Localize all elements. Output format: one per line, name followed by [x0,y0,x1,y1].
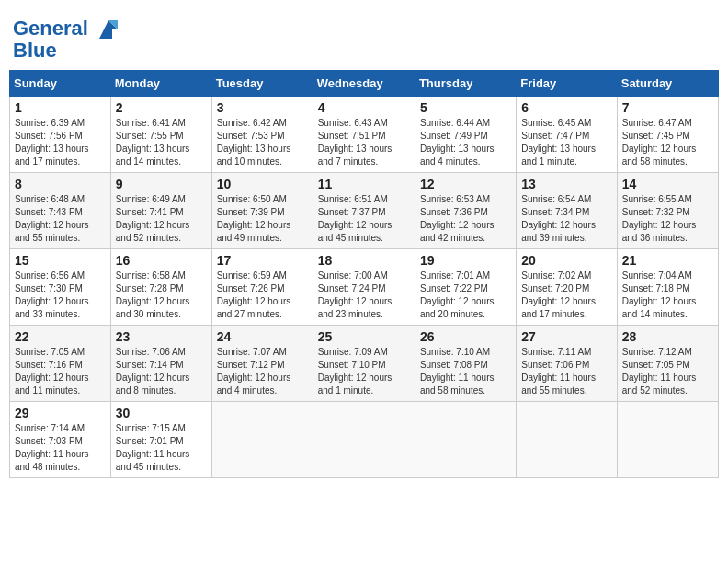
calendar-cell: 9Sunrise: 6:49 AM Sunset: 7:41 PM Daylig… [110,173,211,249]
calendar-cell: 15Sunrise: 6:56 AM Sunset: 7:30 PM Dayli… [10,249,111,326]
day-number: 20 [521,253,611,268]
calendar-table: SundayMondayTuesdayWednesdayThursdayFrid… [9,70,719,478]
calendar-cell [517,402,617,478]
calendar-week-5: 29Sunrise: 7:14 AM Sunset: 7:03 PM Dayli… [10,402,719,478]
day-number: 29 [15,406,106,420]
day-number: 18 [318,253,410,268]
col-header-saturday: Saturday [617,71,718,97]
calendar-cell [211,402,313,478]
day-info: Sunrise: 7:12 AM Sunset: 7:05 PM Dayligh… [622,346,713,397]
calendar-cell: 5Sunrise: 6:44 AM Sunset: 7:49 PM Daylig… [415,97,516,173]
calendar-cell [415,402,516,478]
calendar-cell: 13Sunrise: 6:54 AM Sunset: 7:34 PM Dayli… [517,173,617,249]
day-info: Sunrise: 7:00 AM Sunset: 7:24 PM Dayligh… [318,270,410,321]
day-number: 1 [15,100,106,115]
day-number: 22 [15,329,106,344]
calendar-week-3: 15Sunrise: 6:56 AM Sunset: 7:30 PM Dayli… [10,249,719,326]
calendar-cell: 8Sunrise: 6:48 AM Sunset: 7:43 PM Daylig… [10,173,111,249]
page-header: General Blue [9,9,719,63]
day-info: Sunrise: 6:41 AM Sunset: 7:55 PM Dayligh… [116,117,207,168]
calendar-cell: 7Sunrise: 6:47 AM Sunset: 7:45 PM Daylig… [617,97,718,173]
day-info: Sunrise: 7:11 AM Sunset: 7:06 PM Dayligh… [521,346,611,397]
day-info: Sunrise: 7:10 AM Sunset: 7:08 PM Dayligh… [420,346,511,397]
col-header-thursday: Thursday [415,71,516,97]
day-info: Sunrise: 6:56 AM Sunset: 7:30 PM Dayligh… [15,270,106,321]
day-number: 26 [420,329,511,344]
day-info: Sunrise: 7:09 AM Sunset: 7:10 PM Dayligh… [318,346,410,397]
day-number: 14 [622,177,713,191]
day-info: Sunrise: 6:53 AM Sunset: 7:36 PM Dayligh… [420,193,511,245]
day-number: 5 [420,100,511,115]
calendar-cell: 11Sunrise: 6:51 AM Sunset: 7:37 PM Dayli… [313,173,415,249]
day-info: Sunrise: 7:05 AM Sunset: 7:16 PM Dayligh… [15,346,106,397]
day-number: 23 [116,329,207,344]
calendar-cell: 25Sunrise: 7:09 AM Sunset: 7:10 PM Dayli… [313,326,415,402]
calendar-cell: 23Sunrise: 7:06 AM Sunset: 7:14 PM Dayli… [110,326,211,402]
calendar-cell: 6Sunrise: 6:45 AM Sunset: 7:47 PM Daylig… [517,97,617,173]
calendar-cell: 4Sunrise: 6:43 AM Sunset: 7:51 PM Daylig… [313,97,415,173]
calendar-header-row: SundayMondayTuesdayWednesdayThursdayFrid… [10,71,719,97]
day-number: 28 [622,329,713,344]
day-number: 16 [116,253,207,268]
col-header-tuesday: Tuesday [211,71,313,97]
day-info: Sunrise: 6:55 AM Sunset: 7:32 PM Dayligh… [622,193,713,245]
day-number: 15 [15,253,106,268]
calendar-cell: 21Sunrise: 7:04 AM Sunset: 7:18 PM Dayli… [617,249,718,326]
day-number: 7 [622,100,713,115]
calendar-cell: 12Sunrise: 6:53 AM Sunset: 7:36 PM Dayli… [415,173,516,249]
calendar-cell: 28Sunrise: 7:12 AM Sunset: 7:05 PM Dayli… [617,326,718,402]
day-number: 27 [521,329,611,344]
day-info: Sunrise: 7:04 AM Sunset: 7:18 PM Dayligh… [622,270,713,321]
day-number: 6 [521,100,611,115]
day-info: Sunrise: 6:44 AM Sunset: 7:49 PM Dayligh… [420,117,511,168]
calendar-cell: 20Sunrise: 7:02 AM Sunset: 7:20 PM Dayli… [517,249,617,326]
col-header-friday: Friday [517,71,617,97]
day-info: Sunrise: 6:39 AM Sunset: 7:56 PM Dayligh… [15,117,106,168]
day-number: 19 [420,253,511,268]
day-number: 8 [15,177,106,191]
calendar-cell: 26Sunrise: 7:10 AM Sunset: 7:08 PM Dayli… [415,326,516,402]
day-info: Sunrise: 6:59 AM Sunset: 7:26 PM Dayligh… [217,270,308,321]
calendar-cell: 17Sunrise: 6:59 AM Sunset: 7:26 PM Dayli… [211,249,313,326]
day-info: Sunrise: 6:58 AM Sunset: 7:28 PM Dayligh… [116,270,207,321]
day-info: Sunrise: 6:45 AM Sunset: 7:47 PM Dayligh… [521,117,611,168]
day-info: Sunrise: 6:48 AM Sunset: 7:43 PM Dayligh… [15,193,106,245]
calendar-week-4: 22Sunrise: 7:05 AM Sunset: 7:16 PM Dayli… [10,326,719,402]
day-info: Sunrise: 6:50 AM Sunset: 7:39 PM Dayligh… [217,193,308,245]
calendar-cell: 16Sunrise: 6:58 AM Sunset: 7:28 PM Dayli… [110,249,211,326]
calendar-cell: 22Sunrise: 7:05 AM Sunset: 7:16 PM Dayli… [10,326,111,402]
day-number: 30 [116,406,207,420]
day-info: Sunrise: 6:47 AM Sunset: 7:45 PM Dayligh… [622,117,713,168]
day-number: 13 [521,177,611,191]
calendar-cell: 30Sunrise: 7:15 AM Sunset: 7:01 PM Dayli… [110,402,211,478]
day-number: 17 [217,253,308,268]
calendar-cell: 29Sunrise: 7:14 AM Sunset: 7:03 PM Dayli… [10,402,111,478]
day-info: Sunrise: 7:15 AM Sunset: 7:01 PM Dayligh… [116,422,207,474]
day-number: 21 [622,253,713,268]
day-number: 24 [217,329,308,344]
logo: General Blue [13,17,121,63]
day-info: Sunrise: 6:43 AM Sunset: 7:51 PM Dayligh… [318,117,410,168]
col-header-wednesday: Wednesday [313,71,415,97]
day-number: 12 [420,177,511,191]
calendar-cell [313,402,415,478]
calendar-cell: 10Sunrise: 6:50 AM Sunset: 7:39 PM Dayli… [211,173,313,249]
day-number: 11 [318,177,410,191]
day-info: Sunrise: 6:42 AM Sunset: 7:53 PM Dayligh… [217,117,308,168]
calendar-cell: 14Sunrise: 6:55 AM Sunset: 7:32 PM Dayli… [617,173,718,249]
calendar-cell: 18Sunrise: 7:00 AM Sunset: 7:24 PM Dayli… [313,249,415,326]
calendar-week-2: 8Sunrise: 6:48 AM Sunset: 7:43 PM Daylig… [10,173,719,249]
col-header-monday: Monday [110,71,211,97]
day-number: 10 [217,177,308,191]
calendar-cell: 24Sunrise: 7:07 AM Sunset: 7:12 PM Dayli… [211,326,313,402]
day-number: 9 [116,177,207,191]
day-number: 2 [116,100,207,115]
day-info: Sunrise: 6:51 AM Sunset: 7:37 PM Dayligh… [318,193,410,245]
day-info: Sunrise: 6:49 AM Sunset: 7:41 PM Dayligh… [116,193,207,245]
day-number: 25 [318,329,410,344]
day-number: 3 [217,100,308,115]
col-header-sunday: Sunday [10,71,111,97]
calendar-cell: 3Sunrise: 6:42 AM Sunset: 7:53 PM Daylig… [211,97,313,173]
day-number: 4 [318,100,410,115]
day-info: Sunrise: 6:54 AM Sunset: 7:34 PM Dayligh… [521,193,611,245]
